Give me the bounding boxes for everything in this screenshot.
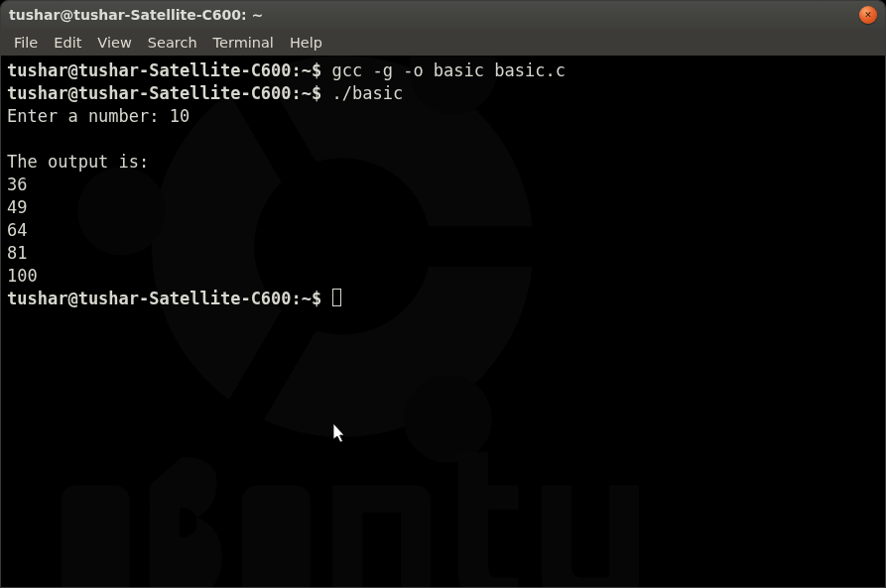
terminal-line xyxy=(7,128,879,151)
menu-file[interactable]: File xyxy=(7,32,45,54)
terminal-line: 36 xyxy=(7,174,879,196)
menu-help[interactable]: Help xyxy=(283,32,329,54)
command-text: gcc -g -o basic basic.c xyxy=(321,60,566,80)
terminal-window: tushar@tushar-Satellite-C600: ~ File Edi… xyxy=(0,0,886,588)
terminal-line: tushar@tushar-Satellite-C600:~$ gcc -g -… xyxy=(7,59,879,82)
menu-view[interactable]: View xyxy=(90,32,138,54)
command-text: ./basic xyxy=(321,83,403,103)
menu-terminal[interactable]: Terminal xyxy=(206,32,281,54)
close-button[interactable] xyxy=(859,6,877,24)
terminal-line: 64 xyxy=(7,219,879,242)
cursor-block xyxy=(332,289,341,306)
prompt-text: tushar@tushar-Satellite-C600:~$ xyxy=(7,83,321,103)
terminal-line: 100 xyxy=(7,265,879,288)
svg-point-7 xyxy=(404,375,492,463)
terminal-line: Enter a number: 10 xyxy=(7,105,879,128)
terminal-viewport[interactable]: tushar@tushar-Satellite-C600:~$ gcc -g -… xyxy=(1,56,885,587)
command-text xyxy=(321,289,331,308)
cursor-icon xyxy=(333,423,349,445)
terminal-line: tushar@tushar-Satellite-C600:~$ ./basic xyxy=(7,82,879,105)
titlebar[interactable]: tushar@tushar-Satellite-C600: ~ xyxy=(1,1,885,29)
prompt-text: tushar@tushar-Satellite-C600:~$ xyxy=(7,60,321,80)
terminal-line: The output is: xyxy=(7,151,879,174)
terminal-line: tushar@tushar-Satellite-C600:~$ xyxy=(7,288,879,310)
terminal-line: 49 xyxy=(7,196,879,219)
menu-search[interactable]: Search xyxy=(141,32,204,54)
prompt-text: tushar@tushar-Satellite-C600:~$ xyxy=(7,289,321,308)
terminal-line: 81 xyxy=(7,242,879,265)
menu-edit[interactable]: Edit xyxy=(47,32,88,54)
window-title: tushar@tushar-Satellite-C600: ~ xyxy=(9,7,263,23)
menubar: File Edit View Search Terminal Help xyxy=(1,29,885,56)
terminal-content[interactable]: tushar@tushar-Satellite-C600:~$ gcc -g -… xyxy=(7,59,879,310)
